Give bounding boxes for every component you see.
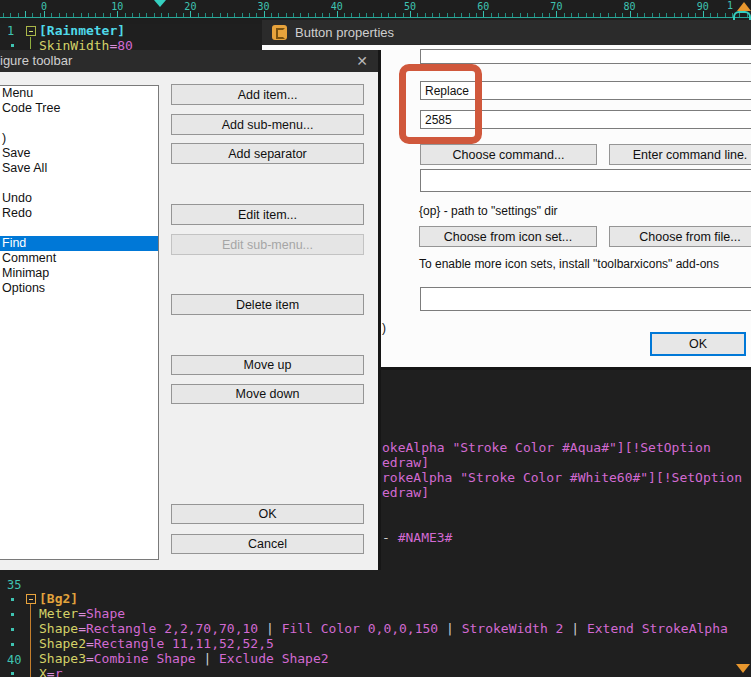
list-item[interactable]: Code Tree xyxy=(0,101,158,116)
command-line-field[interactable] xyxy=(420,169,751,192)
line-number: 35 xyxy=(7,578,21,592)
list-item[interactable] xyxy=(0,116,158,131)
configure-toolbar-titlebar: igure toolbar ✕ xyxy=(0,50,378,72)
list-item[interactable]: Find xyxy=(0,236,158,251)
icon-path-field[interactable] xyxy=(420,287,751,311)
code-line-fragment[interactable]: - #NAME3# xyxy=(382,531,452,546)
list-item[interactable]: Minimap xyxy=(0,266,158,281)
add-separator-button[interactable]: Add separator xyxy=(171,143,364,164)
annotation-highlight-rectangle xyxy=(399,64,482,144)
button-properties-icon xyxy=(272,25,287,40)
choose-from-file-button[interactable]: Choose from file... xyxy=(609,226,751,247)
enter-command-line-button[interactable]: Enter command line. xyxy=(609,144,751,165)
code-line-shape3[interactable]: Shape3=Combine Shape | Exclude Shape2 xyxy=(39,652,329,667)
ruler-number: 60 xyxy=(477,1,489,12)
code-line-fragment[interactable]: edraw] xyxy=(382,486,429,501)
code-line-fragment[interactable]: rokeAlpha "Stroke Color #White60#"][!Set… xyxy=(382,471,742,486)
code-line-fragment[interactable]: edraw] xyxy=(382,456,429,471)
caret-position-marker-icon xyxy=(154,0,166,7)
gutter-dot xyxy=(11,44,14,47)
op-path-hint: {op} - path to "settings" dir xyxy=(419,204,558,218)
list-item[interactable]: Comment xyxy=(0,251,158,266)
scroll-down-arrow-icon[interactable] xyxy=(736,664,750,673)
fold-collapse-icon[interactable] xyxy=(26,26,36,36)
ruler-number: 30 xyxy=(258,1,270,12)
ruler-baseline xyxy=(0,17,751,18)
code-line-shape2[interactable]: Shape2=Rectangle 11,11,52,52,5 xyxy=(39,637,274,652)
list-item[interactable]: Redo xyxy=(0,206,158,221)
line-number: 1 xyxy=(7,24,14,38)
icon-sets-hint: To enable more icon sets, install "toolb… xyxy=(419,257,719,271)
choose-command-button[interactable]: Choose command... xyxy=(420,144,597,165)
app-window: 0102030405060708090 1 1 [Rainmeter] Skin… xyxy=(0,0,751,677)
choose-from-icon-set-button[interactable]: Choose from icon set... xyxy=(419,226,597,247)
ruler-number: 50 xyxy=(404,1,416,12)
button-properties-title: Button properties xyxy=(295,25,394,40)
list-item[interactable]: Undo xyxy=(0,191,158,206)
ruler-number: 70 xyxy=(550,1,562,12)
ruler-number: 40 xyxy=(331,1,343,12)
configure-toolbar-dialog: igure toolbar ✕ MenuCode Tree)SaveSave A… xyxy=(0,50,381,570)
list-item[interactable] xyxy=(0,176,158,191)
fold-guide-line xyxy=(30,37,31,49)
fold-collapse-icon[interactable] xyxy=(26,594,36,604)
code-line-fragment[interactable]: okeAlpha "Stroke Color #Aqua#"][!SetOpti… xyxy=(382,441,711,456)
gutter-dot xyxy=(11,628,14,631)
top-field[interactable] xyxy=(420,49,751,64)
code-line-shape[interactable]: Shape=Rectangle 2,2,70,70,10 | Fill Colo… xyxy=(39,622,728,637)
code-line-x[interactable]: X=r xyxy=(39,667,62,677)
edit-submenu-button[interactable]: Edit sub-menu... xyxy=(171,234,364,255)
add-item-button[interactable]: Add item... xyxy=(171,84,364,105)
cancel-button[interactable]: Cancel xyxy=(171,534,364,554)
gutter-dot xyxy=(11,643,14,646)
list-item[interactable] xyxy=(0,221,158,236)
list-item[interactable]: Save xyxy=(0,146,158,161)
code-line-meter[interactable]: Meter=Shape xyxy=(39,607,125,622)
configure-toolbar-title: igure toolbar xyxy=(0,53,72,68)
toolbar-items-listbox[interactable]: MenuCode Tree)SaveSave AllUndoRedoFindCo… xyxy=(0,85,159,560)
list-item[interactable]: Menu xyxy=(0,86,158,101)
ruler-number: 0 xyxy=(41,1,47,12)
list-item[interactable]: Options xyxy=(0,281,158,296)
button-properties-titlebar: Button properties xyxy=(262,20,751,45)
fold-guide-line xyxy=(30,604,31,677)
add-submenu-button[interactable]: Add sub-menu... xyxy=(171,114,364,135)
list-item[interactable]: Save All xyxy=(0,161,158,176)
code-line-rainmeter-section[interactable]: [Rainmeter] xyxy=(39,24,125,39)
edit-item-button[interactable]: Edit item... xyxy=(171,204,364,225)
move-down-button[interactable]: Move down xyxy=(171,384,364,404)
gutter-dot xyxy=(11,613,14,616)
close-icon[interactable]: ✕ xyxy=(352,52,372,70)
ruler-number: 10 xyxy=(111,1,123,12)
delete-item-button[interactable]: Delete item xyxy=(171,294,364,315)
gutter-dot xyxy=(11,598,14,601)
move-up-button[interactable]: Move up xyxy=(171,355,364,375)
gutter-dot xyxy=(11,672,14,675)
code-line-bg2-section[interactable]: [Bg2] xyxy=(39,592,78,607)
ok-button[interactable]: OK xyxy=(650,332,746,356)
list-item[interactable]: ) xyxy=(0,131,158,146)
scroll-up-arrow-icon[interactable] xyxy=(737,2,751,11)
line-number: 40 xyxy=(7,653,21,667)
ruler-end-label: 1 xyxy=(727,0,733,11)
ruler-number: 90 xyxy=(697,1,709,12)
ruler-number: 20 xyxy=(184,1,196,12)
ok-button[interactable]: OK xyxy=(171,504,364,524)
ruler-number: 80 xyxy=(624,1,636,12)
clipped-label-fragment: ) xyxy=(382,321,386,335)
